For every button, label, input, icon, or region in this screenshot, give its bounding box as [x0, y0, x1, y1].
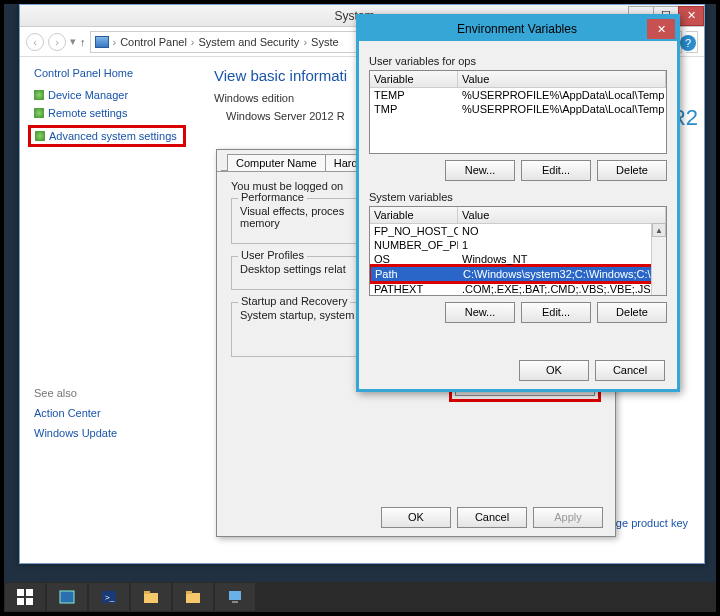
- list-row[interactable]: TMP%USERPROFILE%\AppData\Local\Temp: [370, 102, 666, 116]
- link-windows-update[interactable]: Windows Update: [34, 427, 186, 439]
- group-profiles-title: User Profiles: [238, 249, 307, 261]
- taskbar: >_: [4, 582, 716, 612]
- left-nav: Control Panel Home Device Manager Remote…: [20, 57, 200, 563]
- user-edit-button[interactable]: Edit...: [521, 160, 591, 181]
- sys-new-button[interactable]: New...: [445, 302, 515, 323]
- pc-icon: [95, 36, 109, 48]
- col-value[interactable]: Value: [458, 207, 666, 223]
- svg-rect-7: [144, 593, 158, 603]
- crumb-2[interactable]: Syste: [311, 36, 339, 48]
- list-row[interactable]: PATHEXT.COM;.EXE;.BAT;.CMD;.VBS;.VBE;.JS…: [370, 282, 666, 296]
- sys-vars-label: System variables: [369, 191, 667, 203]
- cell-val: C:\Windows\system32;C:\Windows;C:\Win...: [459, 267, 665, 281]
- svg-rect-4: [60, 591, 74, 603]
- env-titlebar: Environment Variables ✕: [359, 17, 677, 41]
- start-button[interactable]: [5, 583, 45, 611]
- svg-rect-11: [229, 591, 241, 600]
- nav-advanced-system-settings[interactable]: Advanced system settings: [35, 130, 179, 142]
- list-row[interactable]: PathC:\Windows\system32;C:\Windows;C:\Wi…: [371, 267, 665, 281]
- tab-computer-name[interactable]: Computer Name: [227, 154, 326, 171]
- nav-device-manager[interactable]: Device Manager: [34, 89, 186, 101]
- env-close-button[interactable]: ✕: [647, 19, 675, 39]
- cell-val: %USERPROFILE%\AppData\Local\Temp: [458, 88, 666, 102]
- list-row[interactable]: FP_NO_HOST_CH...NO: [370, 224, 666, 238]
- svg-rect-0: [17, 589, 24, 596]
- cell-val: NO: [458, 224, 666, 238]
- cell-var: PATHEXT: [370, 282, 458, 296]
- shield-icon: [34, 90, 44, 100]
- list-row[interactable]: OSWindows_NT: [370, 252, 666, 266]
- cell-var: FP_NO_HOST_CH...: [370, 224, 458, 238]
- group-performance-title: Performance: [238, 191, 307, 203]
- close-button[interactable]: ✕: [678, 6, 704, 26]
- crumb-1[interactable]: System and Security: [199, 36, 300, 48]
- cell-val: .COM;.EXE;.BAT;.CMD;.VBS;.VBE;.JS;.JSE..…: [458, 282, 666, 296]
- sys-edit-button[interactable]: Edit...: [521, 302, 591, 323]
- cell-var: TMP: [370, 102, 458, 116]
- cell-var: OS: [370, 252, 458, 266]
- crumb-0[interactable]: Control Panel: [120, 36, 187, 48]
- cell-var: TEMP: [370, 88, 458, 102]
- forward-button[interactable]: ›: [48, 33, 66, 51]
- svg-rect-8: [144, 591, 150, 594]
- env-cancel-button[interactable]: Cancel: [595, 360, 665, 381]
- props-apply-button[interactable]: Apply: [533, 507, 603, 528]
- scrollbar[interactable]: ▲: [651, 223, 666, 295]
- scroll-up-icon[interactable]: ▲: [652, 223, 666, 237]
- sys-delete-button[interactable]: Delete: [597, 302, 667, 323]
- svg-text:>_: >_: [105, 593, 115, 602]
- taskbar-explorer-2[interactable]: [173, 583, 213, 611]
- taskbar-powershell[interactable]: >_: [89, 583, 129, 611]
- see-also-label: See also: [34, 387, 186, 399]
- col-variable[interactable]: Variable: [370, 207, 458, 223]
- list-row[interactable]: NUMBER_OF_PRO...1: [370, 238, 666, 252]
- group-startup-title: Startup and Recovery: [238, 295, 350, 307]
- cell-var: Path: [371, 267, 459, 281]
- shield-icon: [34, 108, 44, 118]
- env-ok-button[interactable]: OK: [519, 360, 589, 381]
- system-vars-list[interactable]: Variable Value FP_NO_HOST_CH...NONUMBER_…: [369, 206, 667, 296]
- cell-val: 1: [458, 238, 666, 252]
- svg-rect-12: [232, 601, 238, 603]
- user-vars-list[interactable]: Variable Value TEMP%USERPROFILE%\AppData…: [369, 70, 667, 154]
- col-variable[interactable]: Variable: [370, 71, 458, 87]
- taskbar-server-manager[interactable]: [47, 583, 87, 611]
- nav-remote-settings[interactable]: Remote settings: [34, 107, 186, 119]
- taskbar-explorer[interactable]: [131, 583, 171, 611]
- props-ok-button[interactable]: OK: [381, 507, 451, 528]
- props-cancel-button[interactable]: Cancel: [457, 507, 527, 528]
- svg-rect-10: [186, 591, 192, 594]
- svg-rect-9: [186, 593, 200, 603]
- svg-rect-1: [26, 589, 33, 596]
- svg-rect-2: [17, 598, 24, 605]
- desktop: System – ☐ ✕ ‹ › ▾ ↑ › Control Panel › S…: [4, 4, 716, 612]
- env-title: Environment Variables: [387, 22, 647, 36]
- svg-rect-3: [26, 598, 33, 605]
- cell-var: NUMBER_OF_PRO...: [370, 238, 458, 252]
- list-row[interactable]: TEMP%USERPROFILE%\AppData\Local\Temp: [370, 88, 666, 102]
- user-vars-label: User variables for ops: [369, 55, 667, 67]
- cell-val: Windows_NT: [458, 252, 666, 266]
- control-panel-home[interactable]: Control Panel Home: [34, 67, 186, 79]
- user-new-button[interactable]: New...: [445, 160, 515, 181]
- shield-icon: [35, 131, 45, 141]
- props-dialog-buttons: OK Cancel Apply: [381, 507, 603, 528]
- user-delete-button[interactable]: Delete: [597, 160, 667, 181]
- link-action-center[interactable]: Action Center: [34, 407, 186, 419]
- taskbar-system[interactable]: [215, 583, 255, 611]
- help-icon[interactable]: ?: [680, 35, 696, 51]
- cell-val: %USERPROFILE%\AppData\Local\Temp: [458, 102, 666, 116]
- back-button[interactable]: ‹: [26, 33, 44, 51]
- col-value[interactable]: Value: [458, 71, 666, 87]
- environment-variables-dialog: Environment Variables ✕ User variables f…: [356, 14, 680, 392]
